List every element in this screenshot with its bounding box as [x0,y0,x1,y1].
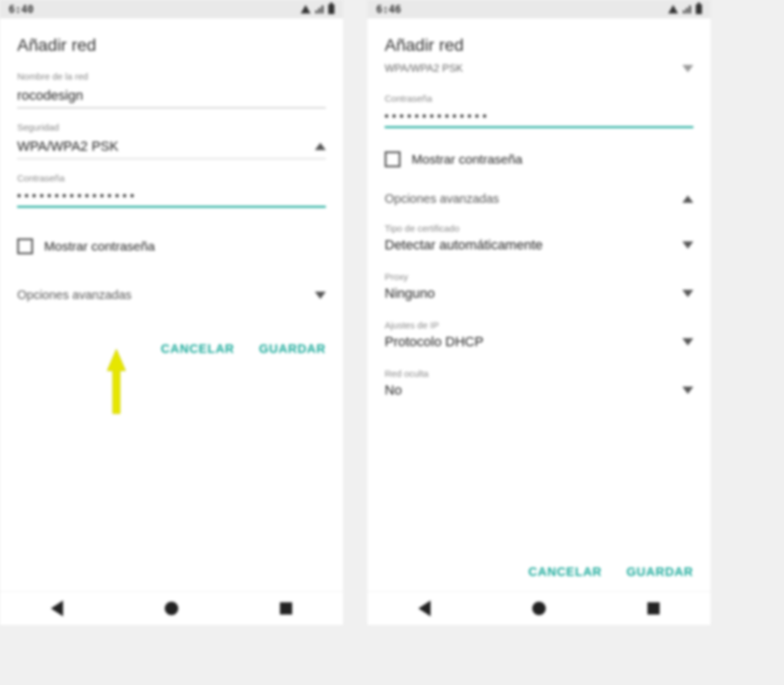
chevron-down-icon [682,241,693,249]
nav-home-icon[interactable] [532,602,546,615]
signal-icon [315,6,323,13]
nav-recents-icon[interactable] [280,602,292,615]
status-icons [668,4,702,14]
proxy-label: Proxy [385,271,693,282]
chevron-up-icon [315,143,326,150]
save-button[interactable]: GUARDAR [627,565,693,579]
nav-bar [368,591,710,625]
hidden-network-value: No [385,382,402,398]
ssid-input[interactable]: rocodesign [17,81,326,108]
password-label: Contraseña [17,173,326,183]
chevron-down-icon [682,65,693,72]
hidden-network-label: Red oculta [385,368,693,379]
chevron-down-icon [682,290,693,297]
password-input[interactable]: •••••••••••••••• [17,183,326,208]
dialog-actions: CANCELAR GUARDAR [529,565,693,579]
security-value: WPA/WPA2 PSK [17,138,118,154]
signal-icon [683,6,691,13]
show-password-row[interactable]: Mostrar contraseña [17,238,326,254]
battery-icon [696,4,702,14]
cancel-button[interactable]: CANCELAR [529,565,602,579]
show-password-row[interactable]: Mostrar contraseña [385,151,693,167]
nav-back-icon[interactable] [51,600,63,616]
ssid-label: Nombre de la red [17,71,326,81]
nav-recents-icon[interactable] [647,602,660,615]
password-input[interactable]: •••••••••••••• [385,104,693,128]
cert-select[interactable]: Detectar automáticamente [385,233,693,254]
show-password-label: Mostrar contraseña [412,152,522,167]
dialog-content: Añadir red WPA/WPA2 PSK Contraseña •••••… [368,18,710,591]
proxy-select[interactable]: Ninguno [385,282,693,303]
checkbox-icon[interactable] [385,151,401,167]
ip-settings-label: Ajustes de IP [385,320,693,330]
status-bar: 6:46 [368,0,710,18]
chevron-up-icon [682,195,693,203]
chevron-down-icon [315,292,326,299]
dialog-title: Añadir red [385,36,693,55]
status-icons [301,4,334,14]
security-label: Seguridad [17,122,326,132]
show-password-label: Mostrar contraseña [44,239,155,254]
nav-home-icon[interactable] [165,602,178,615]
status-time: 6:46 [376,3,401,15]
save-button[interactable]: GUARDAR [259,342,326,356]
cancel-button[interactable]: CANCELAR [161,342,235,356]
advanced-label: Opciones avanzadas [385,192,499,206]
status-bar: 6:40 [0,0,343,18]
hidden-network-select[interactable]: No [385,379,693,399]
checkbox-icon[interactable] [17,238,33,254]
chevron-down-icon [682,338,693,346]
ip-settings-value: Protocolo DHCP [385,334,483,350]
battery-icon [328,4,334,14]
security-select[interactable]: WPA/WPA2 PSK [17,132,326,159]
dialog-content: Añadir red Nombre de la red rocodesign S… [0,18,343,591]
wifi-icon [668,5,678,13]
cert-label: Tipo de certificado [385,223,693,233]
password-label: Contraseña [385,93,693,104]
nav-bar [0,591,343,625]
dialog-actions: CANCELAR GUARDAR [17,342,326,356]
nav-back-icon[interactable] [418,600,431,616]
chevron-down-icon [682,387,693,394]
dialog-title: Añadir red [17,36,326,55]
ip-settings-select[interactable]: Protocolo DHCP [385,330,693,351]
phone-right: 6:46 Añadir red WPA/WPA2 PSK Contraseña … [368,0,710,625]
phone-left: 6:40 Añadir red Nombre de la red rocodes… [0,0,343,625]
cert-value: Detectar automáticamente [385,237,543,253]
advanced-label: Opciones avanzadas [17,288,132,302]
advanced-options-row[interactable]: Opciones avanzadas [385,192,693,206]
status-time: 6:40 [9,3,34,15]
proxy-value: Ninguno [385,286,435,301]
security-subtitle: WPA/WPA2 PSK [385,62,463,75]
security-subtitle-row[interactable]: WPA/WPA2 PSK [385,59,693,76]
wifi-icon [301,5,311,13]
advanced-options-row[interactable]: Opciones avanzadas [17,288,326,302]
